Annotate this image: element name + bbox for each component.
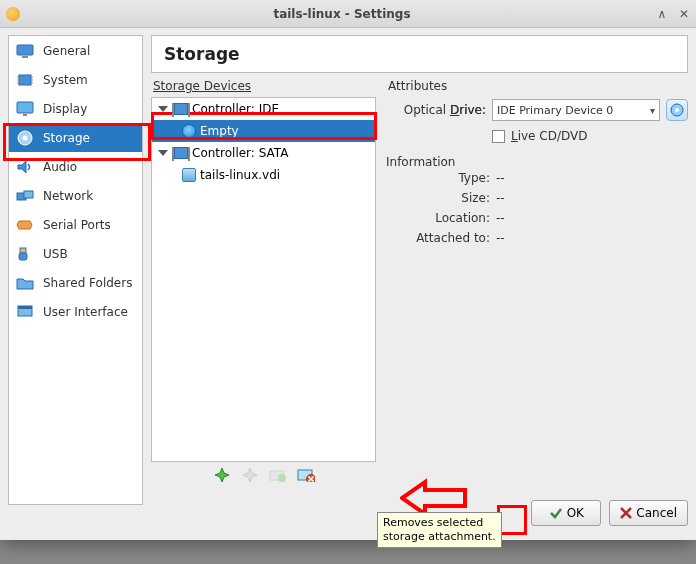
display-icon (15, 100, 35, 118)
svg-point-20 (278, 474, 286, 482)
sidebar-item-label: Network (43, 189, 93, 203)
serial-icon (15, 216, 35, 234)
storage-devices-column: Storage Devices Controller: IDE Empty (151, 77, 376, 488)
chip-icon (15, 71, 35, 89)
svg-rect-14 (24, 191, 33, 198)
svg-rect-18 (18, 306, 32, 309)
monitor-icon (15, 42, 35, 60)
info-row: Attached to:-- (386, 231, 688, 251)
content-area: General System Display Storage Audio Net… (8, 35, 688, 532)
cross-icon (620, 507, 632, 519)
close-button[interactable]: ✕ (678, 8, 690, 20)
svg-rect-9 (17, 102, 33, 113)
info-row: Size:-- (386, 191, 688, 211)
hdd-icon (182, 168, 196, 182)
sidebar-item-label: Display (43, 102, 87, 116)
chevron-down-icon: ▾ (650, 105, 655, 116)
sidebar-item-label: General (43, 44, 90, 58)
optical-drive-value: IDE Primary Device 0 (497, 104, 613, 117)
sidebar-item-display[interactable]: Display (9, 94, 142, 123)
check-icon (549, 506, 563, 520)
sidebar-item-label: System (43, 73, 88, 87)
ui-icon (15, 303, 35, 321)
svg-rect-2 (19, 75, 31, 85)
sidebar-item-usb[interactable]: USB (9, 239, 142, 268)
storage-icon (15, 129, 35, 147)
ok-label: OK (567, 506, 584, 520)
main-panel: Storage Storage Devices Controller: IDE (151, 35, 688, 532)
remove-controller-button[interactable] (240, 465, 260, 485)
add-attachment-button[interactable] (268, 465, 288, 485)
sidebar-item-system[interactable]: System (9, 65, 142, 94)
live-cd-checkbox[interactable] (492, 130, 505, 143)
sata-chip-icon (174, 147, 188, 159)
tree-item-empty[interactable]: Empty (152, 120, 375, 142)
app-icon (6, 7, 20, 21)
sidebar-item-label: Serial Ports (43, 218, 111, 232)
minimize-button[interactable]: ∧ (656, 8, 668, 20)
network-icon (15, 187, 35, 205)
svg-rect-0 (17, 45, 33, 55)
sidebar-item-label: Audio (43, 160, 77, 174)
optical-drive-label-full: Optical Drive: (386, 103, 486, 117)
page-title: Storage (151, 35, 688, 73)
svg-rect-1 (22, 56, 28, 58)
tooltip: Removes selected storage attachment. (377, 512, 502, 548)
info-row: Type:-- (386, 171, 688, 191)
tooltip-text: Removes selected storage attachment. (383, 516, 496, 543)
storage-toolbar (151, 462, 376, 488)
usb-icon (15, 245, 35, 263)
tree-label: Controller: SATA (192, 146, 288, 160)
tree-controller-ide[interactable]: Controller: IDE (152, 98, 375, 120)
svg-rect-10 (23, 114, 27, 116)
ide-chip-icon (174, 103, 188, 115)
sidebar-item-label: Shared Folders (43, 276, 132, 290)
information-label: Information (386, 155, 688, 169)
expand-icon (158, 106, 168, 112)
dialog-buttons: OK Cancel (531, 500, 688, 526)
tree-label: tails-linux.vdi (200, 168, 280, 182)
tree-label: Controller: IDE (192, 102, 279, 116)
folder-icon (15, 274, 35, 292)
cancel-label: Cancel (636, 506, 677, 520)
storage-devices-label: Storage Devices (151, 77, 376, 97)
expand-icon (158, 150, 168, 156)
svg-rect-16 (19, 253, 27, 260)
category-sidebar: General System Display Storage Audio Net… (8, 35, 143, 505)
sidebar-item-audio[interactable]: Audio (9, 152, 142, 181)
tree-item-vdi[interactable]: tails-linux.vdi (152, 164, 375, 186)
sidebar-item-label: USB (43, 247, 68, 261)
cd-blue-icon (182, 124, 196, 138)
svg-point-12 (23, 135, 28, 140)
attributes-label: Attributes (386, 77, 688, 97)
live-cd-label: Live CD/DVD (511, 129, 587, 143)
title-bar: tails-linux - Settings ∧ ✕ (0, 0, 696, 28)
sidebar-item-serial[interactable]: Serial Ports (9, 210, 142, 239)
remove-attachment-button[interactable] (296, 465, 316, 485)
ok-button[interactable]: OK (531, 500, 601, 526)
storage-tree[interactable]: Controller: IDE Empty Controller: SATA (151, 97, 376, 462)
window-title: tails-linux - Settings (28, 7, 656, 21)
sidebar-item-general[interactable]: General (9, 36, 142, 65)
tree-controller-sata[interactable]: Controller: SATA (152, 142, 375, 164)
svg-point-26 (675, 108, 679, 112)
svg-rect-15 (20, 248, 26, 253)
sidebar-item-label: Storage (43, 131, 90, 145)
sidebar-item-storage[interactable]: Storage (9, 123, 142, 152)
tree-label: Empty (200, 124, 239, 138)
sidebar-item-user-interface[interactable]: User Interface (9, 297, 142, 326)
choose-disk-button[interactable] (666, 99, 688, 121)
sidebar-item-shared-folders[interactable]: Shared Folders (9, 268, 142, 297)
attributes-column: Attributes Drive: Optical Drive: Optical… (386, 77, 688, 488)
settings-window: tails-linux - Settings ∧ ✕ General Syste… (0, 0, 696, 540)
sidebar-item-network[interactable]: Network (9, 181, 142, 210)
optical-drive-select[interactable]: IDE Primary Device 0 ▾ (492, 99, 660, 121)
sidebar-item-label: User Interface (43, 305, 128, 319)
add-controller-button[interactable] (212, 465, 232, 485)
cancel-button[interactable]: Cancel (609, 500, 688, 526)
info-row: Location:-- (386, 211, 688, 231)
audio-icon (15, 158, 35, 176)
